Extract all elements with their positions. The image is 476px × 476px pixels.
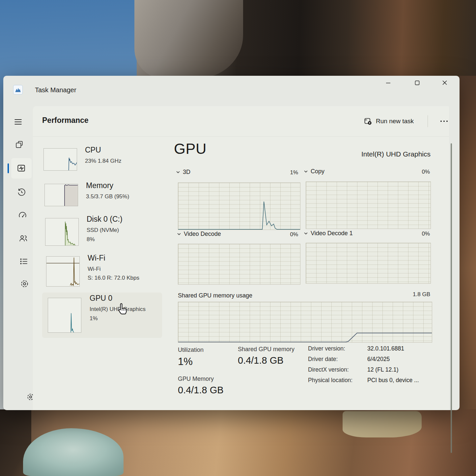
sidebar-item-app-history[interactable] [16,186,27,198]
chart-3d [178,182,300,230]
maximize-icon [415,80,420,85]
cpu-stats: 23% 1.84 GHz [85,157,122,165]
wallpaper-boulder [134,0,243,78]
performance-icon [17,164,26,173]
section-copy-value: 0% [410,169,430,175]
section-video-decode1-value: 0% [410,231,430,237]
section-video-decode-toggle[interactable]: Video Decode [177,231,221,238]
section-3d-toggle[interactable]: 3D [176,169,190,176]
disk-title: Disk 0 (C:) [87,215,123,224]
cpu-title: CPU [85,146,101,154]
section-video-decode-label: Video Decode [184,231,221,238]
memory-stats: 3.5/3.7 GB (95%) [86,192,129,201]
run-new-task-button[interactable]: Run new task [361,114,417,128]
driver-date-label: Driver date: [308,356,338,363]
task-manager-window: Task Manager [3,76,460,410]
list-item-memory[interactable]: Memory 3.5/3.7 GB (95%) [44,183,163,216]
chart-logo-icon [15,87,21,93]
chart-video-decode1 [306,243,431,284]
section-copy-label: Copy [311,168,324,175]
shared-memory-label: Shared GPU memory [238,346,294,353]
app-history-icon [17,188,26,197]
section-3d-value: 1% [278,169,298,176]
processes-icon [15,141,24,149]
driver-version-label: Driver version: [308,345,345,352]
sidebar-item-details[interactable] [18,256,29,267]
gpu-memory-label: GPU Memory [178,376,214,382]
maximize-button[interactable] [410,77,424,88]
ellipsis-icon [440,121,442,122]
chevron-down-icon [177,233,181,236]
utilization-value: 1% [178,356,193,368]
toolbar-divider [428,115,428,127]
close-button[interactable] [438,77,451,88]
chevron-down-icon [176,171,180,174]
services-icon [20,279,29,288]
sidebar-item-performance[interactable] [15,162,27,174]
driver-date-value: 6/4/2025 [367,356,390,363]
minimize-button[interactable] [381,77,395,88]
sidebar-item-processes[interactable] [14,139,25,151]
section-video-decode1-label: Video Decode 1 [311,230,353,237]
chart-video-decode [178,244,300,285]
close-icon [442,80,447,85]
physical-location-value: PCI bus 0, device ... [367,377,419,384]
section-3d-label: 3D [183,169,190,176]
sidebar-item-services[interactable] [19,278,30,289]
shared-memory-chart-max: 1.8 GB [402,291,430,298]
list-item-gpu[interactable]: GPU 0 Intel(R) UHD Graphics 1% [48,296,166,336]
section-video-decode-value: 0% [278,231,298,238]
sidebar-selected-indicator [8,163,9,173]
sidebar-item-users[interactable] [17,233,29,244]
chart-copy [306,182,431,229]
section-video-decode1-toggle[interactable]: Video Decode 1 [304,230,353,237]
memory-mini-chart [44,184,78,206]
wifi-mini-chart [46,256,80,287]
gpu-pane-title: GPU [174,140,207,157]
memory-title: Memory [86,181,113,190]
startup-apps-icon [18,211,27,220]
wallpaper-light-slab [343,411,422,437]
disk-mini-chart [45,218,79,246]
hamburger-menu-icon [14,117,23,126]
chart-shared-memory [178,302,432,343]
physical-location-label: Physical location: [308,377,352,384]
run-new-task-icon [364,117,372,125]
gpu-pane-subtitle: Intel(R) UHD Graphics [361,150,431,158]
performance-panel: Performance Run new task [33,106,449,410]
shared-memory-chart-label: Shared GPU memory usage [178,292,252,299]
vertical-scrollbar[interactable] [451,143,452,453]
minimize-icon [386,80,391,85]
directx-version-label: DirectX version: [308,366,349,373]
driver-version-value: 32.0.101.6881 [367,345,404,352]
section-copy-toggle[interactable]: Copy [304,168,324,175]
utilization-label: Utilization [178,347,204,353]
gpu0-title: GPU 0 [90,294,112,303]
run-new-task-label: Run new task [376,118,414,125]
disk-usage: 8% [87,235,95,244]
gpu0-usage: 1% [90,314,98,323]
disk-type: SSD (NVMe) [87,226,119,235]
task-manager-app-icon [13,85,23,95]
gpu0-name: Intel(R) UHD Graphics [90,305,146,314]
chevron-down-icon [304,232,308,235]
shared-memory-value: 0.4/1.8 GB [238,355,284,366]
wifi-adapter: Wi-Fi [88,265,101,273]
header-divider [33,136,449,137]
wifi-title: Wi-Fi [88,254,105,263]
details-icon [19,257,28,266]
window-title: Task Manager [35,86,76,94]
screen: Task Manager [0,0,476,476]
more-options-button[interactable] [435,116,453,126]
list-item-cpu[interactable]: CPU 23% 1.84 GHz [43,148,162,181]
list-item-wifi[interactable]: Wi-Fi Wi-Fi S: 16.0 R: 72.0 Kbps [46,255,165,291]
wifi-throughput: S: 16.0 R: 72.0 Kbps [88,274,139,282]
sidebar-item-startup-apps[interactable] [17,210,28,221]
cpu-mini-chart [43,148,77,171]
list-item-disk[interactable]: Disk 0 (C:) SSD (NVMe) 8% [45,217,164,254]
chevron-down-icon [304,170,308,173]
gpu-mini-chart [48,298,81,333]
users-icon [19,234,28,243]
page-title: Performance [42,116,89,125]
sidebar-menu-button[interactable] [13,116,24,127]
